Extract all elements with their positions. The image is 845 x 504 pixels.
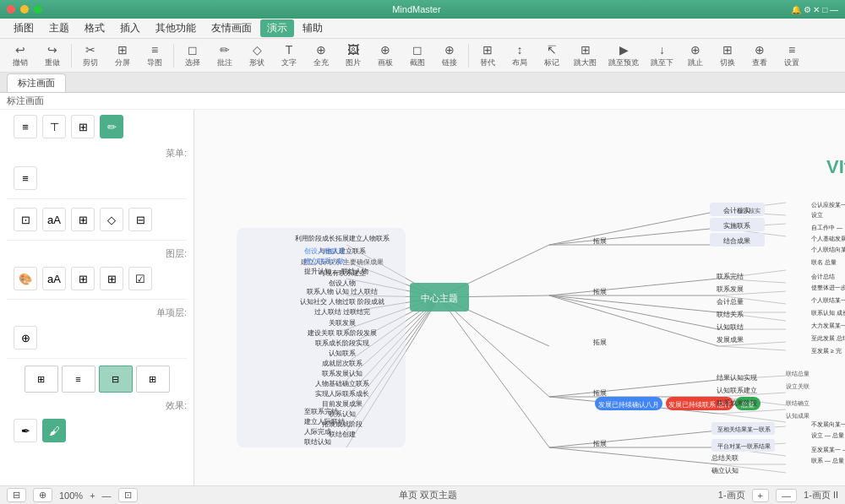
menu-youqing[interactable]: 友情画面 xyxy=(204,19,259,37)
close-dot[interactable] xyxy=(7,5,15,14)
layer-section-title: 图层: xyxy=(0,244,194,262)
switch-button[interactable]: ⊞切换 xyxy=(712,41,743,71)
text-align-icon[interactable]: ⊤ xyxy=(42,115,66,138)
single-row-1: ⊕ xyxy=(7,324,187,351)
svg-text:联系人物 认知 过人联结: 联系人物 认知 过人联结 xyxy=(307,288,378,295)
bigmap-button[interactable]: ⊞跳大图 xyxy=(569,41,602,71)
board-button[interactable]: ⊕画板 xyxy=(370,41,401,71)
menu-chatu[interactable]: 插图 xyxy=(7,19,41,37)
view-toggle[interactable]: ⊡ xyxy=(118,488,138,502)
svg-text:提升认知 — 联结人物: 提升认知 — 联结人物 xyxy=(304,268,368,275)
toolbar: ↩撤销 ↪重做 ✂剪切 ⊞分屏 ≡导图 ◻选择 ✏批注 ◇形状 T文字 ⊕全充 … xyxy=(0,39,845,73)
svg-text:认知联系: 认知联系 xyxy=(329,350,356,357)
map-button[interactable]: ≡导图 xyxy=(139,41,170,71)
table-icons-row: ⊞ ≡ ⊟ ⊞ xyxy=(7,366,187,393)
plus-icon[interactable]: ⊕ xyxy=(14,326,37,350)
cut-button[interactable]: ✂剪切 xyxy=(75,41,106,71)
table-style-3[interactable]: ⊟ xyxy=(99,366,133,393)
draw-icon[interactable]: ✏ xyxy=(100,115,123,138)
pen-icon[interactable]: ✒ xyxy=(14,419,37,442)
split-button[interactable]: ⊞分屏 xyxy=(107,41,138,71)
grid4-icon[interactable]: ⊞ xyxy=(100,267,123,290)
menu-geshi[interactable]: 格式 xyxy=(78,19,112,37)
screenshot-button[interactable]: ◻截图 xyxy=(402,41,433,71)
status-right: 1-画页 + — 1-画页 II xyxy=(718,489,838,502)
svg-text:成就层次联系: 成就层次联系 xyxy=(322,360,363,367)
svg-text:创设人物联系 —: 创设人物联系 — xyxy=(304,247,353,255)
svg-line-25 xyxy=(549,295,718,346)
window-title: MindMaster xyxy=(42,4,791,14)
table-style-1[interactable]: ⊞ xyxy=(25,366,58,393)
svg-text:公认应按某一设定人员已成立: 公认应按某一设定人员已成立 xyxy=(811,202,845,209)
page-minus-btn[interactable]: — xyxy=(776,489,797,502)
svg-text:会计核实: 会计核实 xyxy=(737,208,760,214)
image-button[interactable]: 🖼图片 xyxy=(338,41,368,71)
page-add-btn[interactable]: + xyxy=(752,489,769,502)
menu-list-icon[interactable]: ≡ xyxy=(14,166,37,190)
svg-text:联系发展认知: 联系发展认知 xyxy=(322,370,363,377)
down-button[interactable]: ↓跳至下 xyxy=(646,41,679,71)
card-icon[interactable]: ⊟ xyxy=(128,208,152,231)
menu-zhuti[interactable]: 主题 xyxy=(42,19,76,37)
tab-annotation[interactable]: 标注画面 xyxy=(7,73,66,92)
svg-text:大力发展某一联系 — 完结联结: 大力发展某一联系 — 完结联结 xyxy=(811,322,845,328)
list-icon[interactable]: ≡ xyxy=(14,115,37,138)
diamond-icon[interactable]: ◇ xyxy=(100,208,123,231)
minimize-dot[interactable] xyxy=(20,5,29,14)
svg-text:拓展: 拓展 xyxy=(592,339,607,346)
redo-button[interactable]: ↪重做 xyxy=(37,41,68,71)
svg-line-24 xyxy=(549,295,718,329)
breadcrumb: 标注画面 xyxy=(0,93,845,110)
color-icon[interactable]: 🎨 xyxy=(14,267,37,290)
image-row-1: ⊡ aA ⊞ ◇ ⊟ xyxy=(7,206,187,233)
menu-yanshi[interactable]: 演示 xyxy=(260,19,294,37)
menu-fuzhu[interactable]: 辅助 xyxy=(296,19,330,37)
divider-1 xyxy=(7,198,187,199)
fontsize-icon[interactable]: aA xyxy=(42,267,66,290)
zoom-out-btn[interactable]: ⊟ xyxy=(7,488,26,502)
frame-icon[interactable]: ⊡ xyxy=(14,208,37,231)
svg-text:发展已持续确认八月: 发展已持续确认八月 xyxy=(598,401,659,409)
pencil-button[interactable]: ✏批注 xyxy=(210,41,240,71)
maximize-dot[interactable] xyxy=(34,5,42,14)
text2-icon[interactable]: aA xyxy=(42,208,66,231)
title-bar-actions: 🔔 ⚙ ✕ □ — xyxy=(791,5,838,14)
preview-button[interactable]: ▶跳至预览 xyxy=(603,41,644,71)
replace-button[interactable]: ⊞替代 xyxy=(472,41,503,71)
svg-text:拓展: 拓展 xyxy=(592,237,607,245)
layout-button[interactable]: ↕布局 xyxy=(504,41,535,71)
singleitem-section-title: 单项层: xyxy=(0,303,194,321)
grid-icon[interactable]: ⊞ xyxy=(71,115,95,138)
table-style-2[interactable]: ≡ xyxy=(62,366,95,393)
text-button[interactable]: T文字 xyxy=(274,41,304,71)
svg-text:会计总结: 会计总结 xyxy=(811,274,835,279)
sidebar-single-section: ⊕ xyxy=(0,321,194,355)
shape-button[interactable]: ◇形状 xyxy=(242,41,272,71)
grid2-icon[interactable]: ⊞ xyxy=(71,208,95,231)
brush-icon[interactable]: 🖌 xyxy=(42,419,66,442)
fill-button[interactable]: ⊕全充 xyxy=(306,41,336,71)
menu-other[interactable]: 其他功能 xyxy=(149,19,203,37)
svg-text:确立认知: 确立认知 xyxy=(711,467,739,474)
check-icon[interactable]: ☑ xyxy=(128,267,152,290)
svg-text:使整体进一步 — 发展联系 —: 使整体进一步 — 发展联系 — xyxy=(811,285,845,291)
grid3-icon[interactable]: ⊞ xyxy=(71,267,95,290)
menu-charu[interactable]: 插入 xyxy=(113,19,147,37)
svg-text:建立人际联结: 建立人际联结 xyxy=(303,418,345,425)
page-indicator-right: 1-画页 II xyxy=(804,489,838,501)
link-button[interactable]: ⊕链接 xyxy=(434,41,465,71)
svg-text:拓展: 拓展 xyxy=(592,440,607,447)
undo-button[interactable]: ↩撤销 xyxy=(5,41,35,71)
stop-button[interactable]: ⊕跳止 xyxy=(680,41,711,71)
table-style-4[interactable]: ⊞ xyxy=(136,366,170,393)
sep1 xyxy=(71,44,72,68)
tab-bar: 标注画面 xyxy=(0,73,845,93)
select-button[interactable]: ◻选择 xyxy=(177,41,208,71)
settings-button[interactable]: ≡设置 xyxy=(777,41,807,71)
zoom-in-btn[interactable]: ⊕ xyxy=(33,488,52,502)
page-indicator-left: 1-画页 xyxy=(718,489,745,501)
mark-button[interactable]: ↸标记 xyxy=(537,41,567,71)
view-button[interactable]: ⊕查看 xyxy=(744,41,775,71)
status-left: ⊟ ⊕ 100% + — ⊡ xyxy=(7,488,138,502)
svg-text:联结总量: 联结总量 xyxy=(786,371,810,377)
